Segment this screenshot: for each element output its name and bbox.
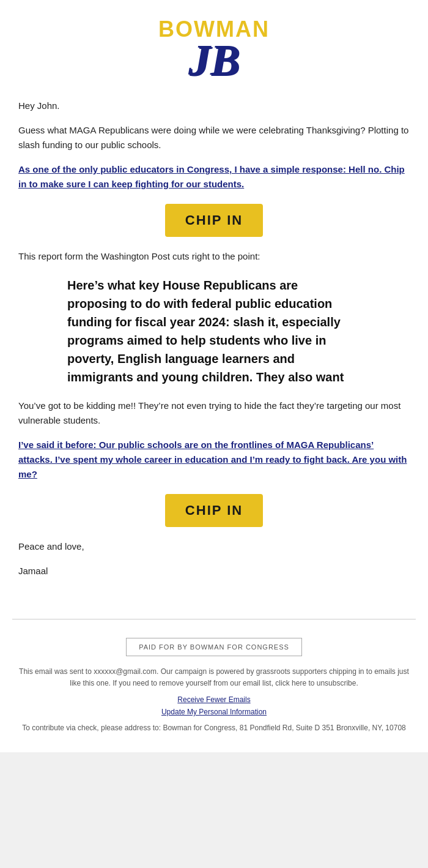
paragraph2: This report form the Washington Post cut… bbox=[18, 249, 410, 264]
paid-for-text: PAID FOR BY BOWMAN FOR CONGRESS bbox=[139, 643, 289, 651]
footer-disclaimer: This email was sent to xxxxxx@gmail.com.… bbox=[18, 666, 410, 689]
closing2: Jamaal bbox=[18, 564, 410, 578]
link2[interactable]: I’ve said it before: Our public schools … bbox=[18, 440, 407, 479]
paragraph3: You’ve got to be kidding me!! They’re no… bbox=[18, 398, 410, 428]
greeting: Hey John. bbox=[18, 99, 410, 113]
quote-block: Here’s what key House Republicans are pr… bbox=[67, 276, 361, 386]
email-header: BOWMAN JB bbox=[0, 0, 428, 92]
chip-in-button-2[interactable]: CHIP IN bbox=[165, 494, 263, 527]
footer-address: To contribute via check, please address … bbox=[18, 722, 410, 734]
link-fewer-emails[interactable]: Receive Fewer Emails bbox=[18, 695, 410, 704]
email-body: Hey John. Guess what MAGA Republicans we… bbox=[0, 92, 428, 600]
link1[interactable]: As one of the only public educators in C… bbox=[18, 164, 405, 189]
link-update-info[interactable]: Update My Personal Information bbox=[18, 708, 410, 716]
chip-in-button-1[interactable]: CHIP IN bbox=[165, 204, 263, 237]
footer-divider bbox=[12, 619, 416, 619]
paragraph1: Guess what MAGA Republicans were doing w… bbox=[18, 123, 410, 152]
paid-for-box: PAID FOR BY BOWMAN FOR CONGRESS bbox=[126, 638, 302, 656]
logo-jb-text: JB bbox=[158, 40, 270, 80]
logo-container: BOWMAN JB bbox=[158, 18, 270, 80]
email-wrapper: BOWMAN JB Hey John. Guess what MAGA Repu… bbox=[0, 0, 428, 752]
closing1: Peace and love, bbox=[18, 539, 410, 554]
email-footer: PAID FOR BY BOWMAN FOR CONGRESS This ema… bbox=[0, 632, 428, 753]
